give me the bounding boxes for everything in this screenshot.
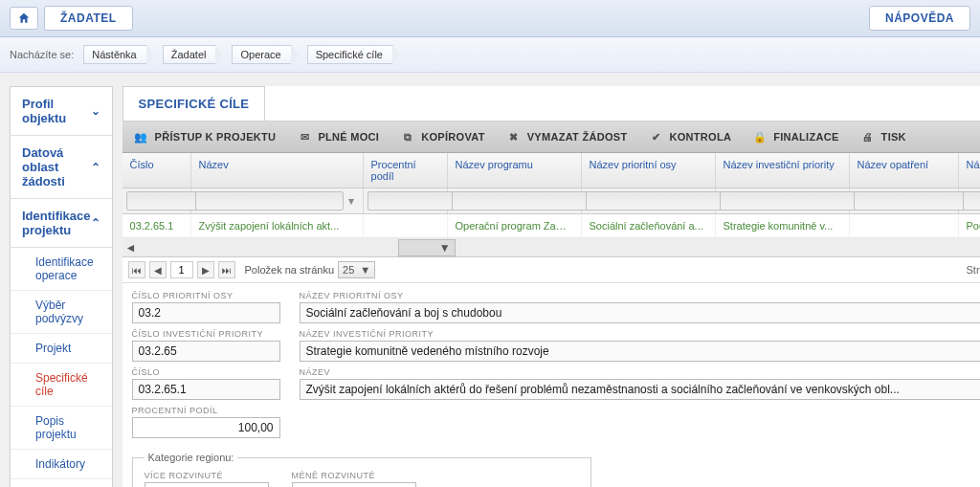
- cell-axis: Sociální začleňování a...: [582, 214, 716, 237]
- accordion-data-area[interactable]: Datová oblast žádosti ⌃: [11, 136, 112, 199]
- toolbar-copy[interactable]: ⧉ KOPÍROVAT: [396, 127, 488, 146]
- pager-summary: Stránka 1 z 1, položky 1 až 1 z 1: [967, 264, 980, 276]
- grid-header: Číslo Název Procentní podíl Název progra…: [122, 153, 980, 188]
- pager-next-button[interactable]: ▶: [197, 261, 214, 278]
- grid-col-program[interactable]: Název programu: [448, 153, 582, 188]
- toolbar-check[interactable]: ✔ KONTROLA: [644, 127, 735, 146]
- toolbar-label: KONTROLA: [669, 131, 731, 143]
- mail-icon: ✉: [297, 129, 312, 144]
- grid-col-invest[interactable]: Název investiční priority: [716, 153, 850, 188]
- invest-name-label: NÁZEV INVESTIČNÍ PRIORITY: [300, 329, 980, 339]
- filter-thematic-input[interactable]: [963, 191, 980, 210]
- accordion-label: Identifikace projektu: [22, 209, 91, 237]
- toolbar-project-access[interactable]: 👥 PŘÍSTUP K PROJEKTU: [130, 127, 280, 146]
- accordion-label: Datová oblast žádosti: [22, 145, 91, 188]
- cell-number: 03.2.65.1: [122, 214, 191, 237]
- toolbar-print[interactable]: 🖨 TISK: [857, 127, 910, 146]
- number-label: ČÍSLO: [132, 367, 280, 377]
- axis-number-field[interactable]: [132, 302, 280, 323]
- nav-item-horiz-principles[interactable]: Horizontální principy: [11, 479, 112, 487]
- home-button[interactable]: [10, 7, 38, 30]
- print-icon: 🖨: [860, 129, 876, 144]
- region-category-fieldset: Kategorie regionu: VÍCE ROZVINUTÉ MÉNĚ R…: [132, 452, 591, 487]
- pct-label: PROCENTNÍ PODÍL: [132, 406, 280, 415]
- grid-col-measure[interactable]: Název opatření: [850, 153, 959, 188]
- toolbar-label: VYMAZAT ŽÁDOST: [527, 131, 628, 143]
- filter-axis-input[interactable]: [586, 191, 727, 210]
- grid-filter-row: ▾ ▾ ▾ ▾ ▾ ▾ ▾ ▾: [122, 188, 980, 214]
- pager-perpage-value: 25: [343, 264, 354, 276]
- pager-page-input[interactable]: [170, 261, 193, 278]
- nav-item-project-desc[interactable]: Popis projektu: [11, 407, 112, 450]
- grid-col-thematic[interactable]: Název tematickéh...: [959, 153, 980, 188]
- applicant-button[interactable]: ŽADATEL: [44, 6, 133, 31]
- toolbar: 👥 PŘÍSTUP K PROJEKTU ✉ PLNÉ MOCI ⧉ KOPÍR…: [122, 122, 980, 153]
- less-dev-label: MÉNĚ ROZVINUTÉ: [292, 471, 416, 480]
- home-icon: [17, 11, 31, 25]
- number-field[interactable]: [132, 379, 280, 400]
- grid-col-name[interactable]: Název: [191, 153, 364, 188]
- pager-perpage-label: Položek na stránku: [245, 264, 335, 276]
- filter-program-input[interactable]: [452, 191, 593, 210]
- toolbar-label: FINALIZACE: [773, 131, 838, 143]
- nav-item-indicators[interactable]: Indikátory: [11, 450, 112, 479]
- grid-scrollbar[interactable]: ◄ ▼ ►: [122, 238, 980, 257]
- pct-field[interactable]: [132, 417, 280, 438]
- grid-col-number[interactable]: Číslo: [122, 153, 191, 188]
- pager-perpage-select[interactable]: 25▼: [338, 261, 375, 278]
- axis-name-label: NÁZEV PRIORITNÍ OSY: [300, 291, 980, 300]
- filter-name-input[interactable]: [195, 191, 344, 210]
- tab-specific-goals[interactable]: SPECIFICKÉ CÍLE: [122, 86, 266, 121]
- pager-first-button[interactable]: ⏮: [128, 261, 145, 278]
- check-icon: ✔: [648, 129, 663, 144]
- x-icon: ✖: [506, 129, 522, 144]
- breadcrumb-label: Nacházíte se:: [10, 49, 74, 60]
- name-field[interactable]: [300, 379, 980, 400]
- funnel-icon[interactable]: ▾: [344, 191, 359, 210]
- breadcrumb-item[interactable]: Specifické cíle: [307, 45, 393, 64]
- axis-name-field[interactable]: [300, 302, 980, 323]
- accordion-label: Profil objektu: [22, 97, 91, 125]
- invest-number-field[interactable]: [132, 341, 280, 362]
- cell-name: Zvýšit zapojení lokálních akt...: [191, 214, 364, 237]
- toolbar-label: PŘÍSTUP K PROJEKTU: [155, 131, 277, 143]
- tab-row: SPECIFICKÉ CÍLE: [122, 86, 980, 122]
- nav-item-specific-goals[interactable]: Specifické cíle: [11, 364, 112, 407]
- toolbar-powers[interactable]: ✉ PLNÉ MOCI: [293, 127, 383, 146]
- grid-col-axis[interactable]: Název prioritní osy: [582, 153, 716, 188]
- table-row[interactable]: 03.2.65.1 Zvýšit zapojení lokálních akt.…: [122, 214, 980, 238]
- grid-col-pct[interactable]: Procentní podíl: [364, 153, 448, 188]
- region-legend: Kategorie regionu:: [145, 452, 238, 463]
- breadcrumb-item[interactable]: Nástěnka: [83, 45, 146, 64]
- accordion-profile[interactable]: Profil objektu ⌄: [11, 87, 112, 136]
- toolbar-label: KOPÍROVAT: [421, 131, 484, 143]
- accordion-identification[interactable]: Identifikace projektu ⌃: [11, 199, 112, 248]
- cell-thematic: Podpora sociáln...: [959, 214, 980, 237]
- help-button[interactable]: NÁPOVĚDA: [869, 6, 970, 31]
- less-dev-field[interactable]: [292, 482, 416, 487]
- toolbar-label: TISK: [881, 131, 906, 143]
- cell-pct: [364, 214, 448, 237]
- cell-measure: [850, 214, 959, 237]
- pager-prev-button[interactable]: ◀: [149, 261, 167, 278]
- filter-invest-input[interactable]: [720, 191, 861, 210]
- copy-icon: ⧉: [400, 129, 415, 144]
- name-label: NÁZEV: [300, 367, 980, 377]
- scroll-left-button[interactable]: ◄: [122, 238, 140, 257]
- breadcrumb-item[interactable]: Žadatel: [163, 45, 217, 64]
- nav-item-subcall[interactable]: Výběr podvýzvy: [11, 291, 112, 334]
- invest-name-field[interactable]: [300, 341, 980, 362]
- cell-program: Operační program Zam...: [448, 214, 582, 237]
- breadcrumb-item[interactable]: Operace: [232, 45, 291, 64]
- invest-number-label: ČÍSLO INVESTIČNÍ PRIORITY: [132, 329, 280, 339]
- more-dev-field[interactable]: [145, 482, 269, 487]
- nav-item-operation-id[interactable]: Identifikace operace: [11, 248, 112, 291]
- column-picker-dropdown[interactable]: ▼: [398, 239, 456, 256]
- users-icon: 👥: [134, 129, 149, 144]
- toolbar-delete-request[interactable]: ✖ VYMAZAT ŽÁDOST: [502, 127, 632, 146]
- chevron-up-icon: ⌃: [91, 161, 100, 174]
- pager-last-button[interactable]: ⏭: [218, 261, 235, 278]
- breadcrumb: Nacházíte se: Nástěnka Žadatel Operace S…: [0, 37, 980, 73]
- toolbar-finalize[interactable]: 🔒 FINALIZACE: [748, 127, 842, 146]
- nav-item-project[interactable]: Projekt: [11, 334, 112, 364]
